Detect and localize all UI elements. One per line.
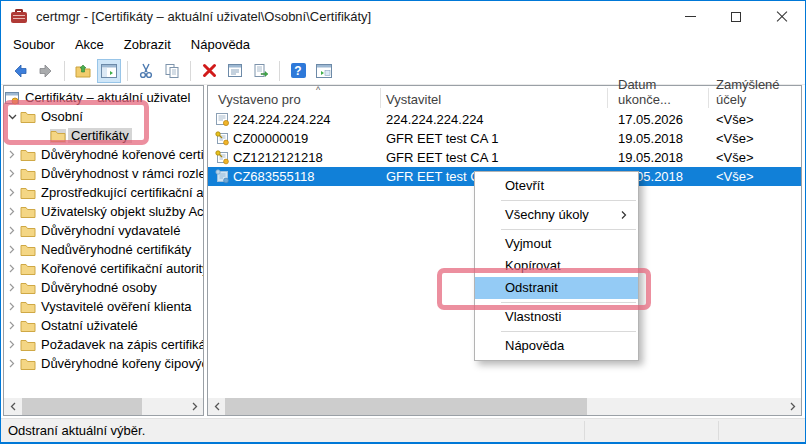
scroll-left-icon[interactable] [208,398,225,415]
console-tree-pane: Certifikáty – aktuální uživatel Osobní C… [3,85,204,416]
context-menu: Otevřít Všechny úkoly Vyjmout Kopírovat … [474,171,639,361]
toolbar-separator [190,61,191,81]
menu-item-kopirovat[interactable]: Kopírovat [475,255,638,277]
scroll-right-icon[interactable] [784,398,801,415]
delete-button[interactable] [197,59,221,83]
column-header-datum[interactable]: Datum ukonče... [618,86,706,110]
properties-button[interactable] [223,59,247,83]
chevron-down-icon[interactable] [4,114,20,120]
scroll-right-icon[interactable] [186,398,203,415]
tree-item-label: Důvěryhodné kořeny čipových karet [38,356,203,371]
up-level-button[interactable] [71,59,95,83]
certificate-row[interactable]: CZ1212121218 GFR EET test CA 1 19.05.201… [208,148,801,167]
menu-item-napoveda[interactable]: Nápověda [475,335,638,357]
menu-item-vlastnosti[interactable]: Vlastnosti [475,306,638,328]
scrollbar-thumb[interactable] [225,398,587,415]
toolbar-separator [64,61,65,81]
forward-button[interactable] [34,59,58,83]
tree-horizontal-scrollbar[interactable] [4,398,203,415]
tree-item-store[interactable]: Požadavek na zápis certifikátu [4,335,203,354]
menu-separator [501,200,636,201]
console-root-icon [4,90,20,106]
tree-item-store[interactable]: Kořenové certifikační autority jiných vý… [4,259,203,278]
tree-item-label: Osobní [38,109,86,124]
certificate-row[interactable]: CZ00000019 GFR EET test CA 1 19.05.2018 … [208,129,801,148]
tree-item-store[interactable]: Zprostředkující certifikační autority [4,183,203,202]
delete-icon [202,63,217,78]
chevron-right-icon[interactable] [4,321,20,330]
console-tree-toggle-icon [101,64,117,78]
cut-button[interactable] [134,59,158,83]
chevron-right-icon[interactable] [4,302,20,311]
tree-item-store[interactable]: Důvěryhodné kořenové certifikační autori… [4,145,203,164]
chevron-right-icon[interactable] [4,150,20,159]
menu-zobrazit[interactable]: Zobrazit [114,34,181,55]
menu-soubor[interactable]: Soubor [3,34,65,55]
column-header-ucely[interactable]: Zamýšlené účely [716,86,804,110]
certificate-key-icon [215,169,230,184]
scrollbar-thumb[interactable] [22,398,142,415]
tree-item-osobni[interactable]: Osobní [4,107,203,126]
chevron-right-icon[interactable] [4,245,20,254]
export-list-icon [253,63,269,78]
help-button[interactable]: ? [286,59,310,83]
menu-item-odstranit[interactable]: Odstranit [475,277,638,299]
tree-item-store[interactable]: Nedůvěryhodné certifikáty [4,240,203,259]
tree-item-store[interactable]: Uživatelský objekt služby Active Directo… [4,202,203,221]
list-horizontal-scrollbar[interactable] [208,398,801,415]
console-tree-toggle-button[interactable] [97,59,121,83]
chevron-right-icon[interactable] [4,359,20,368]
minimize-button[interactable] [667,1,713,32]
new-window-icon [316,64,332,78]
menu-bar: Soubor Akce Zobrazit Nápověda [1,32,805,57]
tree-item-store[interactable]: Důvěryhodné osoby [4,278,203,297]
menu-item-vsechny-ukoly[interactable]: Všechny úkoly [475,204,638,226]
tree-item-label: Certifikáty [68,128,132,143]
tree-item-certifikaty[interactable]: Certifikáty [4,126,203,145]
chevron-right-icon[interactable] [4,264,20,273]
new-window-button[interactable] [312,59,336,83]
tree-item-store[interactable]: Důvěryhodnost v rámci rozlehlé sítě [4,164,203,183]
cut-icon [138,63,154,79]
list-header: Vystaveno pro ^ Vystavitel Datum ukonče.… [208,86,801,110]
certificate-key-icon [215,150,230,165]
menu-item-vyjmout[interactable]: Vyjmout [475,233,638,255]
tree-item-store[interactable]: Ostatní uživatelé [4,316,203,335]
tree-item-root[interactable]: Certifikáty – aktuální uživatel [4,88,203,107]
tree-item-label: Vystavitelé ověření klienta [38,299,195,314]
chevron-right-icon[interactable] [4,283,20,292]
chevron-right-icon[interactable] [4,340,20,349]
menu-akce[interactable]: Akce [65,34,114,55]
menu-separator [501,229,636,230]
menu-separator [501,331,636,332]
certificate-row[interactable]: 224.224.224.224 224.224.224.224 17.05.20… [208,110,801,129]
folder-icon [20,148,36,162]
maximize-icon [731,12,741,22]
close-button[interactable] [759,1,805,32]
chevron-right-icon[interactable] [4,169,20,178]
column-header-vystavitel[interactable]: Vystavitel [386,86,601,110]
chevron-right-icon[interactable] [4,207,20,216]
folder-icon [20,319,36,333]
certmgr-window: certmgr - [Certifikáty – aktuální uživat… [0,0,806,444]
tree-item-label: Důvěryhodnost v rámci rozlehlé sítě [38,166,203,181]
tree-item-store[interactable]: Důvěryhodné kořeny čipových karet [4,354,203,373]
tree-item-store[interactable]: Důvěryhodní vydavatelé [4,221,203,240]
chevron-right-icon[interactable] [4,188,20,197]
copy-button[interactable] [160,59,184,83]
back-icon [12,63,28,79]
folder-icon [20,186,36,200]
toolbar-separator [279,61,280,81]
menu-item-otevrit[interactable]: Otevřít [475,175,638,197]
maximize-button[interactable] [713,1,759,32]
tree-item-store[interactable]: Vystavitelé ověření klienta [4,297,203,316]
column-header-vystaveno-pro[interactable]: Vystaveno pro [218,86,378,110]
back-button[interactable] [8,59,32,83]
certmgr-icon [11,9,27,25]
chevron-right-icon[interactable] [4,226,20,235]
scroll-left-icon[interactable] [4,398,21,415]
menu-napoveda[interactable]: Nápověda [181,34,260,55]
folder-icon [20,205,36,219]
folder-icon [20,110,36,124]
export-list-button[interactable] [249,59,273,83]
